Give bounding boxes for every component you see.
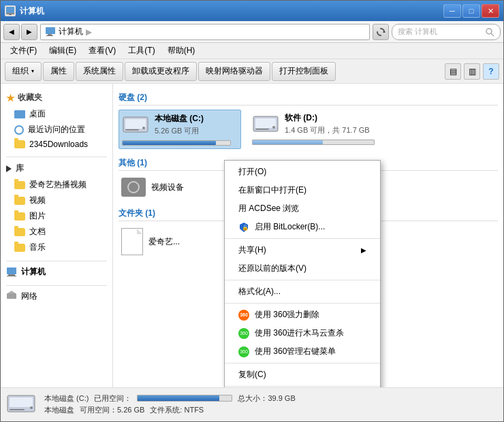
ctx-copy[interactable]: 复制(C) <box>225 366 380 384</box>
help-button[interactable]: ? <box>483 63 499 80</box>
toolbar-right: ▤ ▥ ? <box>445 63 499 80</box>
ctx-360-delete-label: 使用 360强力删除 <box>255 309 319 321</box>
svg-line-8 <box>491 33 494 36</box>
sidebar-item-computer[interactable]: 计算机 <box>1 264 112 280</box>
sidebar-sep-1 <box>6 157 107 157</box>
status-name-label: 本地磁盘 <box>44 405 74 415</box>
sidebar-item-network[interactable]: 网络 <box>1 289 112 304</box>
sidebar-computer-label: 计算机 <box>21 266 46 278</box>
svg-rect-3 <box>46 27 55 34</box>
status-fs-label: 文件系统: NTFS <box>150 405 204 415</box>
sidebar-item-music[interactable]: 音乐 <box>1 240 112 255</box>
drive-d-bar <box>253 140 323 144</box>
ctx-sep-3 <box>225 303 380 304</box>
ctx-360-menu-label: 使用 360管理右键菜单 <box>255 346 336 357</box>
ctx-bitlocker[interactable]: 🔒 启用 BitLocker(B)... <box>225 218 380 236</box>
menu-file[interactable]: 文件(F) <box>5 44 42 58</box>
sidebar-item-documents[interactable]: 文档 <box>1 224 112 240</box>
ctx-share[interactable]: 共享(H) ▶ <box>225 241 380 259</box>
path-text: 计算机 <box>59 26 83 37</box>
address-bar: ◀ ▶ 计算机 ▶ 搜索 计算机 <box>1 21 503 43</box>
menu-help[interactable]: 帮助(H) <box>162 44 201 58</box>
sidebar-libraries-header[interactable]: 库 <box>1 160 112 177</box>
close-button[interactable]: ✕ <box>482 4 499 18</box>
ctx-360-scan-label: 使用 360进行木马云查杀 <box>255 327 344 339</box>
svg-rect-21 <box>255 129 269 130</box>
minimize-button[interactable]: ─ <box>443 4 461 18</box>
address-path[interactable]: 计算机 ▶ <box>40 24 370 40</box>
music-folder-icon <box>14 244 25 252</box>
camera-label: 视频设备 <box>151 182 184 193</box>
sidebar-item-desktop[interactable]: 桌面 <box>1 106 112 122</box>
sidebar-item-video[interactable]: 视频 <box>1 193 112 208</box>
toolbar-organize-label: 组织 <box>12 65 29 77</box>
sidebar-item-pictures[interactable]: 图片 <box>1 208 112 224</box>
main-window: 计算机 ─ □ ✕ ◀ ▶ 计算机 ▶ 搜索 计算机 文件(F) 编辑(E) 查… <box>0 0 504 422</box>
toolbar: 组织▾ 属性 系统属性 卸载或更改程序 映射网络驱动器 打开控制面板 ▤ ▥ ? <box>1 59 503 84</box>
computer-path-icon <box>45 27 56 37</box>
sidebar-video-label: 视频 <box>29 195 46 206</box>
svg-rect-10 <box>8 274 15 276</box>
toolbar-organize[interactable]: 组织▾ <box>5 62 42 81</box>
maximize-button[interactable]: □ <box>462 4 480 18</box>
sidebar-favorites-header[interactable]: ★ 收藏夹 <box>1 89 112 106</box>
sidebar-sep-3 <box>6 285 107 286</box>
toolbar-control-panel[interactable]: 打开控制面板 <box>272 62 336 81</box>
drive-c-icon <box>122 114 149 135</box>
documents-folder-icon <box>14 228 25 236</box>
ctx-format[interactable]: 格式化(A)... <box>225 282 380 301</box>
search-box[interactable]: 搜索 计算机 <box>392 24 501 40</box>
ctx-open[interactable]: 打开(O) <box>225 163 380 181</box>
search-placeholder: 搜索 计算机 <box>398 27 437 37</box>
menu-edit[interactable]: 编辑(E) <box>44 44 82 58</box>
view-toggle-button[interactable]: ▤ <box>445 63 461 80</box>
sidebar: ★ 收藏夹 桌面 最近访问的位置 2345Downloads <box>1 84 113 387</box>
drive-d[interactable]: 软件 (D:) 1.4 GB 可用，共 71.7 GB <box>249 110 377 149</box>
ctx-360-delete[interactable]: 360 使用 360强力删除 <box>225 306 380 324</box>
ctx-sep-4 <box>225 363 380 363</box>
libraries-expand-icon <box>6 165 12 172</box>
context-menu: 打开(O) 在新窗口中打开(E) 用 ACDSee 浏览 🔒 启用 BitLoc… <box>224 160 381 387</box>
refresh-icon <box>376 27 385 37</box>
drive-d-free: 1.4 GB 可用，共 71.7 GB <box>285 125 370 135</box>
ctx-bitlocker-label: 启用 BitLocker(B)... <box>255 221 325 233</box>
file-icon <box>121 228 143 255</box>
search-icon <box>485 27 494 37</box>
toolbar-uninstall[interactable]: 卸载或更改程序 <box>125 62 197 81</box>
menu-tools[interactable]: 工具(T) <box>123 44 160 58</box>
hard-disk-section-label: 硬盘 (2) <box>119 92 498 106</box>
menu-view[interactable]: 查看(V) <box>83 44 121 58</box>
ctx-360-menu[interactable]: 360 使用 360管理右键菜单 <box>225 342 380 361</box>
ctx-open-new-window[interactable]: 在新窗口中打开(E) <box>225 181 380 199</box>
refresh-button[interactable] <box>373 24 389 40</box>
toolbar-properties[interactable]: 属性 <box>43 62 74 81</box>
toolbar-system-properties[interactable]: 系统属性 <box>76 62 123 81</box>
sidebar-item-recent[interactable]: 最近访问的位置 <box>1 122 112 137</box>
iqiyi-folder-icon <box>14 181 25 189</box>
drive-c[interactable]: 本地磁盘 (C:) 5.26 GB 可用 <box>119 110 241 149</box>
sidebar-sep-2 <box>6 261 107 261</box>
title-bar: 计算机 ─ □ ✕ <box>1 1 503 21</box>
toolbar-map-label: 映射网络驱动器 <box>206 65 263 77</box>
svg-point-16 <box>142 127 145 129</box>
svg-rect-2 <box>9 14 12 15</box>
forward-button[interactable]: ▶ <box>21 24 37 40</box>
back-button[interactable]: ◀ <box>3 24 20 40</box>
main-area: ★ 收藏夹 桌面 最近访问的位置 2345Downloads <box>1 84 503 387</box>
drive-c-header: 本地磁盘 (C:) 5.26 GB 可用 <box>122 113 204 136</box>
ctx-acdsee[interactable]: 用 ACDSee 浏览 <box>225 199 380 218</box>
sidebar-recent-label: 最近访问的位置 <box>28 124 85 135</box>
sidebar-item-iqiyi[interactable]: 爱奇艺热播视频 <box>1 177 112 193</box>
ctx-360-scan[interactable]: 360 使用 360进行木马云查杀 <box>225 324 380 342</box>
sidebar-item-downloads[interactable]: 2345Downloads <box>1 137 112 151</box>
drive-d-label: 软件 (D:) <box>285 112 370 124</box>
view-list-button[interactable]: ▥ <box>464 63 480 80</box>
ctx-sep-2 <box>225 280 380 280</box>
svg-point-7 <box>486 29 492 34</box>
toolbar-map-drive[interactable]: 映射网络驱动器 <box>198 62 270 81</box>
window-title: 计算机 <box>20 5 44 17</box>
sidebar-documents-label: 文档 <box>29 226 46 238</box>
bitlocker-icon: 🔒 <box>238 222 249 233</box>
ctx-restore[interactable]: 还原以前的版本(V) <box>225 259 380 278</box>
svg-rect-9 <box>7 267 16 274</box>
